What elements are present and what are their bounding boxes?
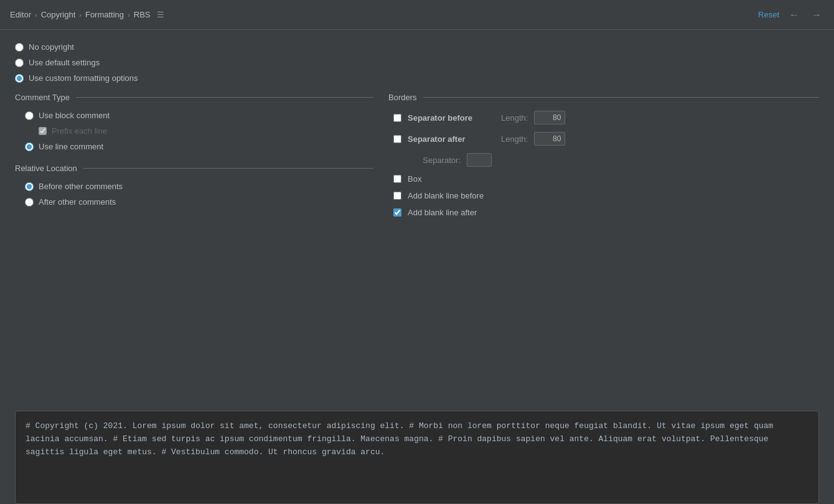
add-blank-after-checkbox[interactable] xyxy=(393,208,401,217)
no-copyright-label: No copyright xyxy=(29,42,74,52)
separator-before-row: Separator before Length: xyxy=(388,111,819,124)
add-blank-before-label: Add blank line before xyxy=(408,191,484,200)
use-custom-row: Use custom formatting options xyxy=(15,73,819,83)
comment-type-line xyxy=(76,97,373,98)
relative-location-line xyxy=(83,168,373,169)
relative-location-header: Relative Location xyxy=(15,164,373,173)
use-default-row: Use default settings xyxy=(15,58,819,67)
settings-icon: ☰ xyxy=(157,10,164,19)
preview-area: # Copyright (c) 2021. Lorem ipsum dolor … xyxy=(15,411,819,504)
before-other-label: Before other comments xyxy=(39,182,123,191)
comment-type-header: Comment Type xyxy=(15,93,373,102)
no-copyright-row: No copyright xyxy=(15,42,819,52)
borders-header: Borders xyxy=(388,93,819,102)
relative-location-radios: Before other comments After other commen… xyxy=(15,182,373,207)
separator-after-length-label: Length: xyxy=(501,134,528,144)
breadcrumb-sep-3: › xyxy=(128,11,130,19)
header-actions: Reset ← → xyxy=(758,8,824,22)
before-other-row: Before other comments xyxy=(15,182,373,191)
separator-before-label: Separator before xyxy=(408,113,489,123)
prefix-each-line-label: Prefix each line xyxy=(52,126,107,136)
breadcrumb-editor[interactable]: Editor xyxy=(10,10,31,19)
separator-after-row: Separator after Length: xyxy=(388,132,819,146)
after-other-row: After other comments xyxy=(15,197,373,207)
breadcrumb-formatting[interactable]: Formatting xyxy=(85,10,124,19)
use-block-row: Use block comment xyxy=(15,111,373,120)
use-line-radio[interactable] xyxy=(25,142,34,151)
col-left: Comment Type Use block comment Prefix ea… xyxy=(15,93,388,398)
separator-after-label: Separator after xyxy=(408,134,489,144)
prefix-each-line-row: Prefix each line xyxy=(15,126,373,136)
prefix-each-line-checkbox[interactable] xyxy=(39,127,47,135)
borders-line xyxy=(423,97,819,98)
separator-char-label: Separator: xyxy=(405,156,461,165)
add-blank-before-row: Add blank line before xyxy=(388,191,819,200)
box-label: Box xyxy=(408,174,421,184)
use-block-label: Use block comment xyxy=(39,111,110,120)
reset-button[interactable]: Reset xyxy=(758,10,779,19)
use-default-radio[interactable] xyxy=(15,58,24,67)
two-col-layout: Comment Type Use block comment Prefix ea… xyxy=(15,93,819,398)
breadcrumb-copyright[interactable]: Copyright xyxy=(41,10,76,19)
separator-after-length-input[interactable] xyxy=(534,132,565,146)
use-block-radio[interactable] xyxy=(25,111,34,120)
comment-type-title: Comment Type xyxy=(15,93,70,102)
box-checkbox[interactable] xyxy=(393,175,401,183)
after-other-radio[interactable] xyxy=(25,198,34,207)
after-other-label: After other comments xyxy=(39,197,116,207)
breadcrumb-sep-2: › xyxy=(79,11,82,19)
separator-char-input[interactable] xyxy=(467,153,492,167)
header: Editor › Copyright › Formatting › RBS ☰ … xyxy=(0,0,834,30)
forward-button[interactable]: → xyxy=(809,8,824,22)
add-blank-after-label: Add blank line after xyxy=(408,208,477,217)
main-content: No copyright Use default settings Use cu… xyxy=(0,30,834,504)
back-button[interactable]: ← xyxy=(787,8,802,22)
use-custom-radio[interactable] xyxy=(15,74,24,83)
top-radio-group: No copyright Use default settings Use cu… xyxy=(15,42,819,83)
use-default-label: Use default settings xyxy=(29,58,100,67)
add-blank-after-row: Add blank line after xyxy=(388,208,819,217)
separator-after-checkbox[interactable] xyxy=(393,135,401,143)
relative-location-title: Relative Location xyxy=(15,164,77,173)
comment-type-radios: Use block comment Prefix each line Use l… xyxy=(15,111,373,151)
separator-before-checkbox[interactable] xyxy=(393,114,401,122)
separator-char-row: Separator: xyxy=(388,153,819,167)
borders-title: Borders xyxy=(388,93,417,102)
add-blank-before-checkbox[interactable] xyxy=(393,192,401,200)
box-row: Box xyxy=(388,174,819,184)
breadcrumb-sep-1: › xyxy=(35,11,37,19)
use-line-label: Use line comment xyxy=(39,142,103,151)
before-other-radio[interactable] xyxy=(25,182,34,191)
use-line-row: Use line comment xyxy=(15,142,373,151)
col-right: Borders Separator before Length: Separat… xyxy=(388,93,819,398)
use-custom-label: Use custom formatting options xyxy=(29,73,138,83)
borders-group: Separator before Length: Separator after… xyxy=(388,111,819,217)
no-copyright-radio[interactable] xyxy=(15,43,24,52)
breadcrumb-rbs[interactable]: RBS xyxy=(134,10,151,19)
breadcrumb: Editor › Copyright › Formatting › RBS ☰ xyxy=(10,10,758,19)
separator-before-length-label: Length: xyxy=(501,113,528,123)
separator-before-length-input[interactable] xyxy=(534,111,565,124)
